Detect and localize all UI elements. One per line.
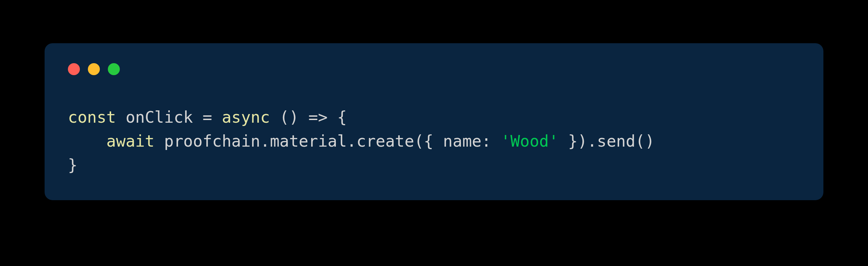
- open-paren: (: [636, 132, 645, 150]
- code-line-2: await proofchain.material.create({ name:…: [68, 132, 655, 150]
- maximize-icon[interactable]: [108, 63, 120, 75]
- indent: [68, 129, 106, 153]
- code-line-1: const onClick = async () => {: [68, 108, 347, 126]
- open-brace: {: [424, 132, 433, 150]
- open-brace: {: [337, 108, 347, 126]
- dot: .: [260, 132, 270, 150]
- close-brace: }: [68, 156, 78, 174]
- colon: :: [482, 132, 491, 150]
- open-paren: (: [414, 132, 424, 150]
- object-name: proofchain: [164, 132, 260, 150]
- string-literal: 'Wood': [501, 132, 558, 150]
- close-paren: ): [578, 132, 587, 150]
- method-create: create: [356, 132, 414, 150]
- dot: .: [347, 132, 356, 150]
- arrow-operator: =>: [309, 108, 328, 126]
- close-icon[interactable]: [68, 63, 80, 75]
- keyword-await: await: [106, 132, 155, 150]
- keyword-async: async: [222, 108, 270, 126]
- property-name: material: [270, 132, 347, 150]
- property-key: name: [443, 132, 482, 150]
- code-window: const onClick = async () => { await proo…: [44, 43, 824, 200]
- keyword-const: const: [68, 108, 116, 126]
- method-send: send: [597, 132, 636, 150]
- variable-name: onClick: [125, 108, 193, 126]
- equals-operator: =: [203, 108, 212, 126]
- code-line-3: }: [68, 156, 78, 174]
- close-paren: ): [645, 132, 655, 150]
- minimize-icon[interactable]: [88, 63, 100, 75]
- window-controls: [68, 63, 800, 75]
- parens: (): [280, 108, 299, 126]
- code-content: const onClick = async () => { await proo…: [68, 105, 800, 177]
- dot: .: [587, 132, 597, 150]
- close-brace: }: [568, 132, 578, 150]
